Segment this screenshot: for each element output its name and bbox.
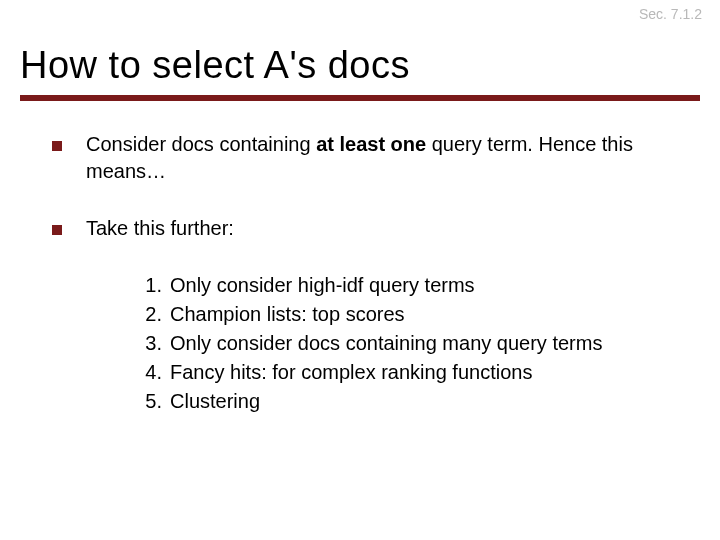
bullet-text: Consider docs containing at least one qu…	[86, 131, 690, 185]
item-text: Only consider docs containing many query…	[170, 330, 690, 357]
bullet-text-bold: at least one	[316, 133, 426, 155]
square-bullet-icon	[52, 141, 62, 151]
slide-body: Consider docs containing at least one qu…	[0, 101, 720, 415]
slide-title: How to select A's docs	[20, 44, 700, 87]
square-bullet-icon	[52, 225, 62, 235]
item-text: Fancy hits: for complex ranking function…	[170, 359, 690, 386]
bullet-item: Consider docs containing at least one qu…	[30, 131, 690, 185]
bullet-text-pre: Consider docs containing	[86, 133, 316, 155]
list-item: 3. Only consider docs containing many qu…	[134, 330, 690, 357]
item-number: 3.	[134, 330, 162, 357]
item-number: 4.	[134, 359, 162, 386]
item-number: 2.	[134, 301, 162, 328]
title-block: How to select A's docs	[0, 0, 720, 101]
item-number: 5.	[134, 388, 162, 415]
list-item: 1. Only consider high-idf query terms	[134, 272, 690, 299]
numbered-list: 1. Only consider high-idf query terms 2.…	[134, 272, 690, 415]
item-number: 1.	[134, 272, 162, 299]
item-text: Only consider high-idf query terms	[170, 272, 690, 299]
section-label: Sec. 7.1.2	[639, 6, 702, 22]
list-item: 4. Fancy hits: for complex ranking funct…	[134, 359, 690, 386]
item-text: Clustering	[170, 388, 690, 415]
bullet-item: Take this further:	[30, 215, 690, 242]
list-item: 2. Champion lists: top scores	[134, 301, 690, 328]
list-item: 5. Clustering	[134, 388, 690, 415]
bullet-text-pre: Take this further:	[86, 217, 234, 239]
item-text: Champion lists: top scores	[170, 301, 690, 328]
bullet-text: Take this further:	[86, 215, 690, 242]
